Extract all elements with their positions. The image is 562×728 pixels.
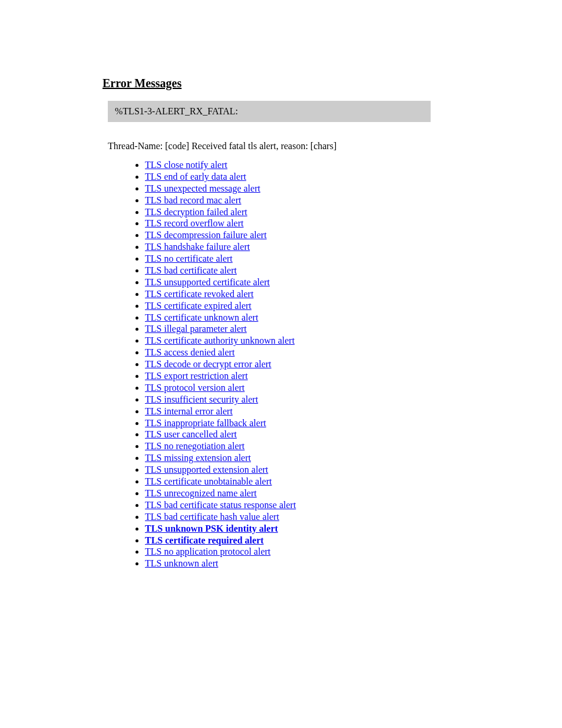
error-list-item: TLS bad certificate status response aler… xyxy=(145,500,562,510)
error-link[interactable]: TLS close notify alert xyxy=(145,160,227,170)
error-list-item: TLS record overflow alert xyxy=(145,218,562,229)
error-list-item: TLS bad certificate alert xyxy=(145,265,562,276)
error-link[interactable]: TLS unexpected message alert xyxy=(145,183,260,193)
error-list-item: TLS certificate revoked alert xyxy=(145,289,562,299)
error-link[interactable]: TLS unrecognized name alert xyxy=(145,488,257,498)
error-link[interactable]: TLS bad record mac alert xyxy=(145,195,241,205)
error-link[interactable]: TLS no renegotiation alert xyxy=(145,441,244,451)
error-list-item: TLS unrecognized name alert xyxy=(145,488,562,499)
error-link[interactable]: TLS missing extension alert xyxy=(145,453,251,463)
error-link[interactable]: TLS export restriction alert xyxy=(145,371,248,381)
error-link[interactable]: TLS certificate unobtainable alert xyxy=(145,476,272,486)
error-link[interactable]: TLS certificate authority unknown alert xyxy=(145,335,295,345)
error-list-item: TLS no certificate alert xyxy=(145,253,562,264)
error-link[interactable]: TLS certificate expired alert xyxy=(145,301,252,311)
error-link[interactable]: TLS handshake failure alert xyxy=(145,242,250,252)
error-link[interactable]: TLS end of early data alert xyxy=(145,172,246,182)
error-link[interactable]: TLS certificate required alert xyxy=(145,535,264,545)
error-list-item: TLS export restriction alert xyxy=(145,371,562,381)
error-list-item: TLS unknown alert xyxy=(145,558,562,569)
error-list-item: TLS unsupported extension alert xyxy=(145,465,562,475)
error-link[interactable]: TLS access denied alert xyxy=(145,347,234,357)
section-heading: Error Messages xyxy=(103,77,562,90)
error-list-item: TLS certificate expired alert xyxy=(145,301,562,311)
error-link[interactable]: TLS insufficient security alert xyxy=(145,394,258,404)
error-list-item: TLS unexpected message alert xyxy=(145,183,562,194)
error-link[interactable]: TLS unknown alert xyxy=(145,558,218,568)
error-link[interactable]: TLS record overflow alert xyxy=(145,218,243,228)
error-link[interactable]: TLS unknown PSK identity alert xyxy=(145,523,278,533)
error-link[interactable]: TLS illegal parameter alert xyxy=(145,324,247,334)
error-list-item: TLS decompression failure alert xyxy=(145,230,562,241)
error-list-item: TLS certificate unknown alert xyxy=(145,312,562,323)
error-list-item: TLS internal error alert xyxy=(145,406,562,417)
error-list-item: TLS missing extension alert xyxy=(145,453,562,463)
error-link[interactable]: TLS decode or decrypt error alert xyxy=(145,359,272,369)
error-list-item: TLS bad record mac alert xyxy=(145,195,562,206)
error-link[interactable]: TLS certificate unknown alert xyxy=(145,312,258,322)
error-list-item: TLS inappropriate fallback alert xyxy=(145,418,562,429)
error-link[interactable]: TLS no application protocol alert xyxy=(145,546,270,556)
error-list-item: TLS user cancelled alert xyxy=(145,429,562,440)
error-list-item: TLS insufficient security alert xyxy=(145,394,562,405)
error-list-item: TLS certificate unobtainable alert xyxy=(145,476,562,487)
error-link[interactable]: TLS protocol version alert xyxy=(145,383,244,393)
error-link[interactable]: TLS unsupported extension alert xyxy=(145,465,268,475)
error-link[interactable]: TLS internal error alert xyxy=(145,406,233,416)
code-header-box: %TLS1-3-ALERT_RX_FATAL: xyxy=(108,101,431,122)
error-link[interactable]: TLS user cancelled alert xyxy=(145,429,237,439)
error-list-item: TLS certificate required alert xyxy=(145,535,562,546)
error-list-item: TLS access denied alert xyxy=(145,347,562,358)
error-link[interactable]: TLS unsupported certificate alert xyxy=(145,277,270,287)
error-list-item: TLS unknown PSK identity alert xyxy=(145,523,562,534)
error-link[interactable]: TLS inappropriate fallback alert xyxy=(145,418,266,428)
error-list-item: TLS protocol version alert xyxy=(145,383,562,393)
error-list-item: TLS decryption failed alert xyxy=(145,207,562,218)
error-link[interactable]: TLS bad certificate alert xyxy=(145,265,237,275)
error-list-item: TLS end of early data alert xyxy=(145,172,562,182)
error-list-item: TLS decode or decrypt error alert xyxy=(145,359,562,370)
error-link[interactable]: TLS decryption failed alert xyxy=(145,207,247,217)
error-list-item: TLS unsupported certificate alert xyxy=(145,277,562,288)
error-link[interactable]: TLS certificate revoked alert xyxy=(145,289,253,299)
error-list-item: TLS close notify alert xyxy=(145,160,562,170)
error-link[interactable]: TLS bad certificate hash value alert xyxy=(145,512,279,522)
error-link[interactable]: TLS bad certificate status response aler… xyxy=(145,500,296,510)
intro-text: Thread-Name: [code] Received fatal tls a… xyxy=(108,141,562,151)
error-list-item: TLS handshake failure alert xyxy=(145,242,562,252)
error-link[interactable]: TLS decompression failure alert xyxy=(145,230,267,240)
error-list-item: TLS illegal parameter alert xyxy=(145,324,562,334)
error-list-item: TLS no application protocol alert xyxy=(145,546,562,557)
error-link[interactable]: TLS no certificate alert xyxy=(145,253,233,263)
error-list-item: TLS certificate authority unknown alert xyxy=(145,335,562,346)
error-link-list: TLS close notify alertTLS end of early d… xyxy=(145,160,562,569)
error-list-item: TLS no renegotiation alert xyxy=(145,441,562,452)
error-list-item: TLS bad certificate hash value alert xyxy=(145,512,562,522)
